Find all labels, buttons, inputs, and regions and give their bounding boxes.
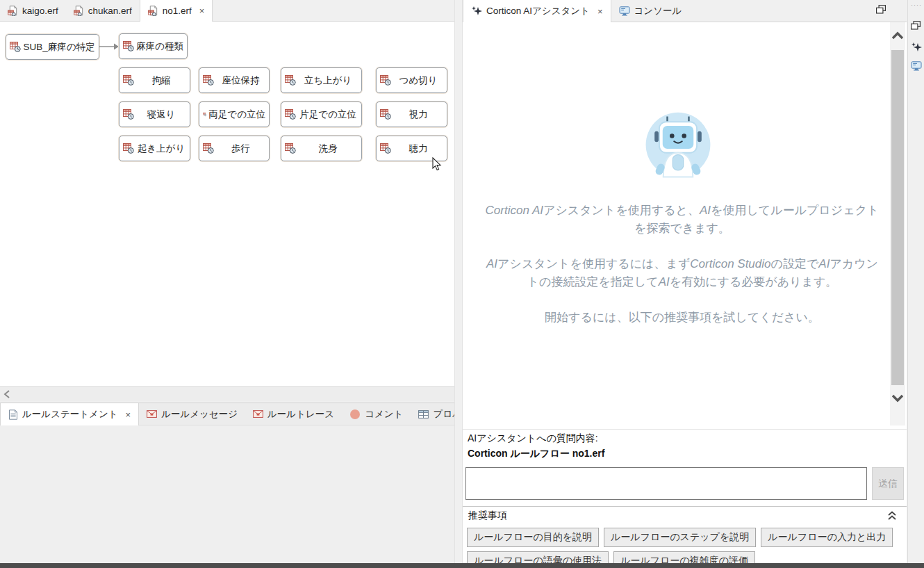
document-icon [8,409,18,420]
decision-table-icon [285,75,296,86]
ruleflow-node[interactable]: 起き上がり [119,136,190,161]
console-shortcut-icon[interactable] [911,61,922,71]
window-bottom-edge [0,563,924,568]
canvas-horizontal-scrollbar[interactable] [0,386,454,401]
ruleflow-node[interactable]: 視力 [376,102,447,127]
decision-table-icon [380,75,391,86]
decision-table-icon [203,75,214,86]
recommendation-button[interactable]: ルールフローの目的を説明 [467,528,599,547]
mouse-cursor [432,157,442,171]
erf-file-icon [148,6,158,16]
bottom-view-tabbar: ルールステートメント × ルールメッセージ ルールトレース コメント プロパティ… [0,403,454,425]
editor-tab-label: kaigo.erf [22,6,58,16]
toolbar-drag-handle[interactable]: ···· [911,1,922,8]
comment-icon [349,409,361,420]
tab-rule-trace[interactable]: ルールトレース [245,403,342,425]
editor-tab-label: chukan.erf [88,6,132,16]
recommendation-button[interactable]: ルールフローの入力と出力 [761,528,893,547]
decision-table-icon [10,42,21,52]
decision-table-icon [203,109,206,120]
ruleflow-node-sub-mahi[interactable]: SUB_麻痺の特定 [6,34,99,60]
ai-robot-mascot [638,107,718,188]
tab-ai-assistant[interactable]: Corticon AIアシスタント × [463,0,611,22]
rule-statements-view [0,425,454,563]
console-icon [619,6,630,16]
assistant-vertical-scrollbar[interactable] [890,22,905,425]
recommendations-title: 推奨事項 [468,510,507,522]
assistant-intro-paragraph: Corticon AIアシスタントを使用すると、AIを使用してルールプロジェクト… [481,202,884,238]
restore-window-icon[interactable] [876,5,886,14]
close-tab-icon[interactable]: × [126,409,131,420]
assistant-tabbar: Corticon AIアシスタント × コンソール [463,0,907,22]
ruleflow-node[interactable]: 座位保持 [199,67,270,93]
editor-tab-no1[interactable]: no1.erf × [140,0,213,22]
assistant-question-section: AIアシスタントへの質問内容: Corticon ルールフロー no1.erf … [463,429,907,506]
erf-file-icon [74,6,84,16]
close-tab-icon[interactable]: × [597,6,603,17]
scrollbar-thumb[interactable] [891,50,904,385]
ruleflow-node[interactable]: 両足での立位 [199,102,270,127]
panel-splitter[interactable] [454,0,463,568]
sparkle-icon [471,6,482,17]
scroll-up-icon[interactable] [891,31,904,40]
ruleflow-node[interactable]: 片足での立位 [281,102,362,127]
recommendations-section: 推奨事項 ルールフローの目的を説明 ルールフローのステップを説明 ルールフローの… [463,506,907,563]
assistant-welcome-panel: Corticon AIアシスタントを使用すると、AIを使用してルールプロジェクト… [463,22,907,429]
corticon-studio-window: kaigo.erf chukan.erf no1.erf × SUB_麻痺の特定… [0,0,924,568]
editor-tab-kaigo[interactable]: kaigo.erf [0,0,66,21]
collapse-section-icon[interactable] [887,510,897,521]
decision-table-icon [285,109,296,120]
ruleflow-node[interactable]: 歩行 [199,136,270,161]
decision-table-icon [123,109,134,120]
question-label: AIアシスタントへの質問内容: [468,432,902,445]
editor-tab-label: no1.erf [163,6,192,16]
editor-tabbar: kaigo.erf chukan.erf no1.erf × [0,0,454,22]
tab-comments[interactable]: コメント [342,403,411,425]
scroll-down-icon[interactable] [891,393,904,403]
tab-rule-statements[interactable]: ルールステートメント × [0,403,139,425]
tab-rule-messages[interactable]: ルールメッセージ [139,403,245,425]
assistant-intro-paragraph: AIアシスタントを使用するには、まずCorticon Studioの設定でAIア… [481,255,884,291]
assistant-intro-paragraph: 開始するには、以下の推奨事項を試してください。 [481,309,884,327]
send-button[interactable]: 送信 [872,467,904,500]
ruleflow-canvas[interactable]: SUB_麻痺の特定 麻痺の種類 拘縮 座位保持 立ち上がり つめ切り [0,22,454,386]
restore-pane-icon[interactable] [911,21,921,30]
ai-assistant-shortcut-icon[interactable] [911,42,922,53]
flow-connector-arrow[interactable] [99,41,119,52]
context-file-name: no1.erf [572,448,605,459]
scroll-left-icon[interactable] [3,389,11,399]
decision-table-icon [380,109,391,120]
decision-table-icon [285,143,296,154]
fast-view-toolbar: ···· [907,0,924,563]
envelope-icon [147,410,157,418]
recommendation-button[interactable]: ルールフローのステップを説明 [604,528,756,547]
tab-console[interactable]: コンソール [611,0,690,22]
close-tab-icon[interactable]: × [199,6,205,16]
decision-table-icon [123,41,134,51]
table-icon [418,410,429,419]
ruleflow-node[interactable]: 立ち上がり [281,67,362,93]
question-input[interactable] [465,467,867,500]
ruleflow-node[interactable]: 寝返り [119,102,190,127]
decision-table-icon [380,143,391,154]
question-context: Corticon ルールフロー no1.erf [468,448,902,460]
ruleflow-node[interactable]: 拘縮 [119,67,190,93]
decision-table-icon [203,143,214,154]
editor-tab-chukan[interactable]: chukan.erf [66,0,140,21]
ruleflow-node[interactable]: 洗身 [281,136,362,161]
decision-table-icon [123,143,134,154]
decision-table-icon [123,75,134,86]
erf-file-icon [8,6,18,16]
ruleflow-node-mahi-shurui[interactable]: 麻痺の種類 [119,33,188,59]
ruleflow-node[interactable]: つめ切り [376,67,447,93]
envelope-icon [253,410,263,418]
